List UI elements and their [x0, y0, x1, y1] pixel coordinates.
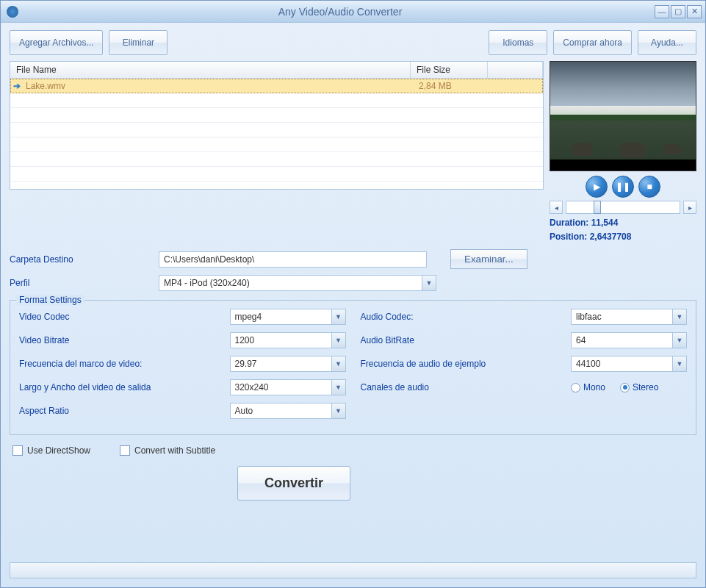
chevron-down-icon[interactable]: ▼ — [422, 275, 436, 291]
aspect-ratio-label: Aspect Ratio — [19, 406, 230, 416]
col-file-size[interactable]: File Size — [411, 62, 488, 78]
duration-text: Duration: 11,544 — [550, 218, 696, 228]
help-button[interactable]: Ayuda... — [638, 30, 696, 55]
video-settings-column: Video Codec mpeg4 ▼ Video Bitrate 1200 ▼ — [19, 308, 346, 426]
status-bar — [10, 562, 696, 578]
video-framerate-label: Frecuencia del marco de video: — [19, 359, 230, 369]
audio-bitrate-label: Audio BitRate — [361, 335, 572, 345]
channels-radio-group: Mono Stereo — [571, 382, 687, 392]
pause-button[interactable]: ❚❚ — [612, 176, 634, 198]
chevron-down-icon[interactable]: ▼ — [672, 309, 687, 325]
profile-value: MP4 - iPod (320x240) — [159, 275, 422, 291]
window-controls: — ▢ ✕ — [655, 5, 702, 18]
table-row[interactable]: ➔ Lake.wmv 2,84 MB — [10, 79, 543, 93]
buy-now-button[interactable]: Comprar ahora — [553, 30, 632, 55]
mono-radio[interactable]: Mono — [571, 382, 605, 392]
audio-codec-combo[interactable]: libfaac ▼ — [571, 309, 687, 325]
position-text: Position: 2,6437708 — [550, 232, 696, 242]
maximize-button[interactable]: ▢ — [671, 5, 685, 18]
languages-button[interactable]: Idiomas — [489, 30, 547, 55]
aspect-ratio-combo[interactable]: Auto ▼ — [230, 403, 346, 419]
table-row[interactable] — [10, 123, 543, 137]
table-row[interactable] — [10, 93, 543, 108]
chevron-down-icon[interactable]: ▼ — [672, 356, 687, 372]
table-row[interactable] — [10, 108, 543, 123]
profile-combo[interactable]: MP4 - iPod (320x240) ▼ — [159, 275, 436, 291]
seek-thumb[interactable] — [594, 201, 601, 214]
minimize-button[interactable]: — — [655, 5, 669, 18]
video-size-combo[interactable]: 320x240 ▼ — [230, 379, 346, 395]
media-controls: ▶ ❚❚ ■ — [550, 176, 696, 198]
col-file-name[interactable]: File Name — [10, 62, 411, 78]
options-row: Use DirectShow Convert with Subtitle — [12, 445, 696, 456]
app-window: Any Video/Audio Converter — ▢ ✕ Agregar … — [0, 0, 706, 588]
audio-channels-label: Canales de audio — [361, 382, 572, 392]
col-extra[interactable] — [488, 62, 543, 78]
dest-folder-input[interactable] — [159, 251, 427, 268]
table-row[interactable] — [10, 152, 543, 167]
video-framerate-combo[interactable]: 29.97 ▼ — [230, 356, 346, 372]
app-icon — [7, 6, 18, 18]
cell-file-name: Lake.wmv — [24, 81, 413, 91]
table-row[interactable] — [10, 167, 543, 182]
seek-bar: ◂ ▸ — [550, 201, 696, 214]
chevron-down-icon[interactable]: ▼ — [331, 356, 346, 372]
seek-back-button[interactable]: ◂ — [550, 201, 563, 214]
play-button[interactable]: ▶ — [586, 176, 608, 198]
chevron-down-icon[interactable]: ▼ — [331, 332, 346, 348]
format-settings-fieldset: Format Settings Video Codec mpeg4 ▼ Vide… — [10, 300, 696, 435]
chevron-down-icon[interactable]: ▼ — [331, 309, 346, 325]
stop-button[interactable]: ■ — [638, 176, 660, 198]
current-row-icon: ➔ — [11, 81, 24, 91]
file-table: File Name File Size ➔ Lake.wmv 2,84 MB — [10, 61, 544, 190]
browse-button[interactable]: Examinar... — [450, 249, 527, 269]
seek-track[interactable] — [566, 201, 680, 214]
audio-freq-combo[interactable]: 44100 ▼ — [571, 356, 687, 372]
stereo-radio[interactable]: Stereo — [620, 382, 658, 392]
profile-label: Perfil — [10, 278, 153, 288]
directshow-checkbox[interactable]: Use DirectShow — [12, 445, 90, 456]
video-codec-combo[interactable]: mpeg4 ▼ — [230, 309, 346, 325]
format-legend: Format Settings — [16, 295, 84, 305]
video-codec-label: Video Codec — [19, 312, 230, 322]
checkbox-icon — [12, 445, 23, 456]
close-button[interactable]: ✕ — [687, 5, 702, 18]
radio-icon — [571, 383, 580, 392]
main-row: File Name File Size ➔ Lake.wmv 2,84 MB — [10, 61, 696, 242]
chevron-down-icon[interactable]: ▼ — [331, 379, 346, 395]
audio-settings-column: Audio Codec: libfaac ▼ Audio BitRate 64 … — [361, 308, 688, 426]
video-bitrate-combo[interactable]: 1200 ▼ — [230, 332, 346, 348]
dest-folder-label: Carpeta Destino — [10, 254, 153, 265]
checkbox-icon — [120, 445, 130, 456]
preview-panel: ▶ ❚❚ ■ ◂ ▸ Duration: 11,544 Position: — [550, 61, 696, 242]
table-row[interactable] — [10, 137, 543, 152]
cell-file-size: 2,84 MB — [413, 81, 490, 91]
toolbar: Agregar Archivos... Eliminar Idiomas Com… — [10, 30, 696, 55]
add-files-button[interactable]: Agregar Archivos... — [10, 30, 103, 55]
audio-freq-label: Frecuencia de audio de ejemplo — [361, 359, 572, 369]
video-size-label: Largo y Ancho del video de salida — [19, 382, 230, 392]
audio-bitrate-combo[interactable]: 64 ▼ — [571, 332, 687, 348]
delete-button[interactable]: Eliminar — [109, 30, 168, 55]
chevron-down-icon[interactable]: ▼ — [331, 403, 346, 419]
seek-forward-button[interactable]: ▸ — [683, 201, 696, 214]
video-preview[interactable] — [550, 61, 696, 171]
content-area: Agregar Archivos... Eliminar Idiomas Com… — [1, 23, 705, 508]
window-title: Any Video/Audio Converter — [26, 6, 655, 18]
table-header: File Name File Size — [10, 62, 543, 79]
destination-section: Carpeta Destino Examinar... Perfil MP4 -… — [10, 249, 696, 291]
chevron-down-icon[interactable]: ▼ — [672, 332, 687, 348]
convert-button[interactable]: Convertir — [237, 466, 350, 501]
video-bitrate-label: Video Bitrate — [19, 335, 230, 345]
titlebar: Any Video/Audio Converter — ▢ ✕ — [1, 1, 705, 23]
radio-icon — [620, 383, 630, 392]
table-body: ➔ Lake.wmv 2,84 MB — [10, 79, 543, 182]
subtitle-checkbox[interactable]: Convert with Subtitle — [120, 445, 215, 456]
audio-codec-label: Audio Codec: — [361, 312, 572, 322]
